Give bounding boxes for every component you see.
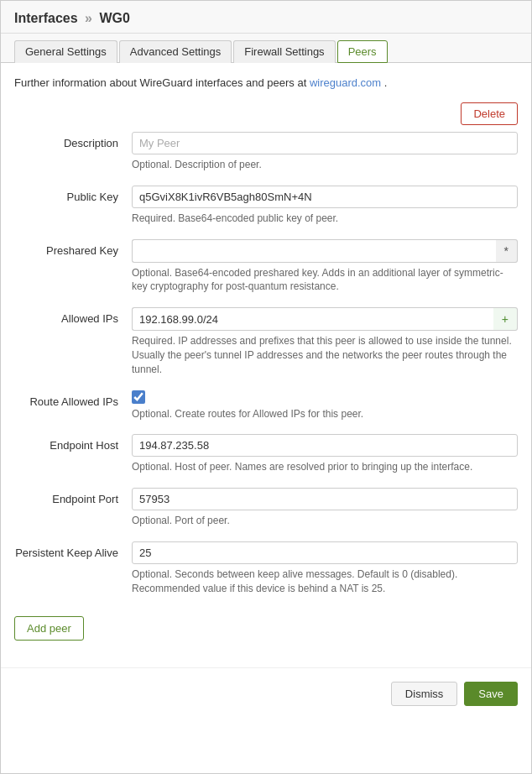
- endpoint-host-help: Optional. Host of peer. Names are resolv…: [132, 460, 518, 474]
- add-peer-button[interactable]: Add peer: [14, 616, 84, 641]
- route-allowed-ips-help: Optional. Create routes for Allowed IPs …: [132, 407, 518, 421]
- bottom-actions: Dismiss Save: [1, 667, 531, 719]
- preshared-key-row: Preshared Key * Optional. Base64-encoded…: [14, 239, 518, 295]
- wireguard-link[interactable]: wireguard.com: [310, 76, 381, 89]
- tab-bar: General Settings Advanced Settings Firew…: [1, 34, 531, 63]
- allowed-ips-add-btn[interactable]: +: [493, 307, 518, 331]
- description-help: Optional. Description of peer.: [132, 158, 518, 172]
- persistent-keep-alive-label: Persistent Keep Alive: [14, 541, 132, 559]
- info-text: Further information about WireGuard inte…: [14, 76, 518, 89]
- allowed-ips-field: + Required. IP addresses and prefixes th…: [132, 307, 518, 376]
- persistent-keep-alive-row: Persistent Keep Alive Optional. Seconds …: [14, 541, 518, 596]
- endpoint-port-field: Optional. Port of peer.: [132, 488, 518, 528]
- public-key-label: Public Key: [14, 186, 132, 203]
- endpoint-host-field: Optional. Host of peer. Names are resolv…: [132, 434, 518, 474]
- endpoint-host-input[interactable]: [132, 434, 518, 457]
- public-key-help: Required. Base64-encoded public key of p…: [132, 212, 518, 226]
- preshared-key-toggle-btn[interactable]: *: [496, 239, 518, 263]
- dismiss-button[interactable]: Dismiss: [391, 682, 458, 706]
- allowed-ips-help: Required. IP addresses and prefixes that…: [132, 334, 518, 376]
- endpoint-port-help: Optional. Port of peer.: [132, 514, 518, 528]
- preshared-key-field: * Optional. Base64-encoded preshared key…: [132, 239, 518, 295]
- description-input[interactable]: [132, 132, 518, 154]
- description-field: Optional. Description of peer.: [132, 132, 518, 172]
- persistent-keep-alive-input[interactable]: [132, 541, 518, 564]
- public-key-field: Required. Base64-encoded public key of p…: [132, 186, 518, 226]
- delete-button[interactable]: Delete: [461, 102, 518, 125]
- tab-advanced-settings[interactable]: Advanced Settings: [119, 40, 232, 63]
- description-row: Description Optional. Description of pee…: [14, 132, 518, 172]
- route-allowed-ips-field: Optional. Create routes for Allowed IPs …: [132, 390, 518, 421]
- persistent-keep-alive-help: Optional. Seconds between keep alive mes…: [132, 567, 518, 596]
- preshared-key-input[interactable]: [132, 239, 496, 263]
- endpoint-host-label: Endpoint Host: [14, 434, 132, 452]
- persistent-keep-alive-field: Optional. Seconds between keep alive mes…: [132, 541, 518, 596]
- description-label: Description: [14, 132, 132, 149]
- route-allowed-ips-checkbox[interactable]: [132, 390, 145, 404]
- public-key-row: Public Key Required. Base64-encoded publ…: [14, 186, 518, 226]
- allowed-ips-row: Allowed IPs + Required. IP addresses and…: [14, 307, 518, 376]
- tab-firewall-settings[interactable]: Firewall Settings: [233, 40, 335, 63]
- endpoint-host-row: Endpoint Host Optional. Host of peer. Na…: [14, 434, 518, 474]
- tab-general-settings[interactable]: General Settings: [14, 40, 117, 63]
- route-allowed-ips-label: Route Allowed IPs: [14, 390, 132, 408]
- preshared-key-label: Preshared Key: [14, 239, 132, 257]
- breadcrumb-interfaces[interactable]: Interfaces: [14, 11, 78, 25]
- breadcrumb-wg0: WG0: [99, 11, 129, 25]
- tab-peers[interactable]: Peers: [337, 40, 388, 63]
- page-title: Interfaces » WG0: [14, 11, 130, 25]
- endpoint-port-label: Endpoint Port: [14, 488, 132, 505]
- route-allowed-ips-row: Route Allowed IPs Optional. Create route…: [14, 390, 518, 421]
- save-button[interactable]: Save: [464, 682, 518, 706]
- breadcrumb-sep: »: [85, 11, 92, 25]
- preshared-key-help: Optional. Base64-encoded preshared key. …: [132, 266, 518, 295]
- endpoint-port-input[interactable]: [132, 488, 518, 510]
- allowed-ips-input[interactable]: [132, 307, 493, 331]
- allowed-ips-label: Allowed IPs: [14, 307, 132, 325]
- delete-btn-row: Delete: [14, 102, 518, 125]
- public-key-input[interactable]: [132, 186, 518, 208]
- endpoint-port-row: Endpoint Port Optional. Port of peer.: [14, 488, 518, 528]
